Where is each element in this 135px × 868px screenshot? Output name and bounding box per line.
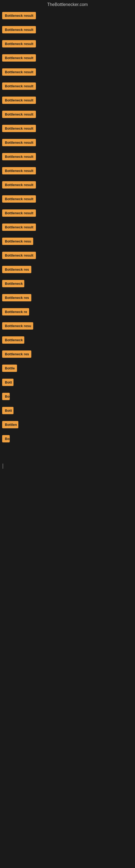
list-item-row: Bottleneck result (0, 149, 135, 163)
list-item-row: Bottleneck result (0, 65, 135, 78)
list-item-row: Bottleneck result (0, 36, 135, 50)
bottleneck-result-item[interactable]: Bottleneck result (2, 97, 36, 104)
list-item-row: Bottleneck res (0, 347, 135, 360)
list-item-row: Bottleneck result (0, 191, 135, 205)
bottleneck-result-item[interactable]: Bo (2, 435, 10, 442)
list-item-row (0, 445, 135, 459)
bottleneck-result-item[interactable]: Bottleneck result (2, 83, 36, 90)
list-item-row: Bottleneck result (0, 107, 135, 120)
list-item-row: Bo (0, 431, 135, 445)
list-item-row: Bottleneck result (0, 177, 135, 191)
page-container: TheBottlenecker.com Bottleneck resultBot… (0, 0, 135, 529)
list-item-row: Bott (0, 375, 135, 389)
bottleneck-result-item[interactable]: Bottleneck result (2, 153, 36, 160)
list-item-row: Bottleneck result (0, 206, 135, 219)
bottleneck-result-item[interactable]: Bottleneck result (2, 223, 36, 231)
list-item-row: Bottleneck (0, 276, 135, 290)
list-item-row (0, 474, 135, 487)
list-item-row: Bott (0, 403, 135, 416)
bottleneck-result-item[interactable]: Bottleneck result (2, 26, 36, 33)
list-item-row: Bottleneck result (0, 163, 135, 177)
list-item-row: Bo (0, 389, 135, 403)
bottleneck-result-item[interactable]: Bott (2, 379, 13, 386)
bottleneck-result-item[interactable]: Bottlen (2, 421, 18, 428)
bottleneck-result-item[interactable]: Bottleneck resu (2, 322, 33, 330)
list-item-row: | (0, 460, 135, 473)
list-item-row: Bottleneck result (0, 135, 135, 149)
bottleneck-result-item[interactable]: Bottleneck res (2, 294, 31, 301)
list-item-row: Bottleneck res (0, 262, 135, 276)
bottleneck-result-item[interactable]: Bottleneck result (2, 167, 36, 175)
bottleneck-result-item[interactable]: Bottleneck resu (2, 238, 33, 245)
bottleneck-result-item[interactable]: Bottleneck result (2, 111, 36, 118)
bottleneck-result-item[interactable]: Bottleneck result (2, 252, 36, 259)
bottleneck-result-item[interactable]: Bottleneck res (2, 350, 31, 358)
bottleneck-result-item[interactable]: Bottleneck result (2, 209, 36, 217)
site-title: TheBottlenecker.com (0, 0, 135, 8)
list-item-row: Bottleneck result (0, 8, 135, 22)
list-item-row: Bottleneck resu (0, 318, 135, 332)
bottleneck-result-item[interactable]: Bo (2, 393, 10, 400)
list-item-row: Bottleneck result (0, 220, 135, 233)
bottleneck-result-item[interactable]: Bott (2, 407, 13, 414)
list-item-row: Bottleneck result (0, 79, 135, 92)
bottleneck-result-item[interactable]: Bottleneck result (2, 125, 36, 132)
list-item-row: Bottleneck result (0, 51, 135, 64)
bottleneck-result-item[interactable]: Bottleneck result (2, 40, 36, 48)
bottleneck-result-item[interactable]: Bottleneck (2, 280, 24, 287)
bottleneck-result-item[interactable]: Bottleneck result (2, 54, 36, 62)
bottleneck-result-item[interactable]: Bottleneck result (2, 139, 36, 146)
list-item-row: Bottleneck re (0, 304, 135, 318)
list-item-row (0, 516, 135, 529)
bottleneck-result-item[interactable]: Bottleneck res (2, 266, 31, 273)
list-item-row: Bottleneck result (0, 121, 135, 134)
bottleneck-result-item[interactable]: Bottleneck result (2, 195, 36, 203)
list-item-row: Bottleneck resu (0, 234, 135, 247)
bottleneck-result-item[interactable]: Bottleneck re (2, 308, 29, 315)
bottleneck-result-item[interactable]: Bottleneck result (2, 12, 36, 19)
list-item-row (0, 488, 135, 501)
list-item-row: Bottleneck (0, 333, 135, 346)
list-item-row (0, 502, 135, 516)
bottleneck-result-item[interactable]: Bottleneck (2, 336, 24, 344)
list-item-row: Bottleneck result (0, 22, 135, 36)
bottleneck-result-item[interactable]: Bottleneck result (2, 181, 36, 188)
bottleneck-result-item[interactable]: Bottleneck result (2, 68, 36, 76)
list-item-row: Bottlen (0, 417, 135, 431)
list-item-row: Bottleneck result (0, 248, 135, 261)
list-item-row: Bottleneck result (0, 93, 135, 106)
separator-bar: | (0, 462, 6, 470)
list-item-row: Bottleneck res (0, 290, 135, 304)
bottleneck-result-item[interactable]: Bottle (2, 365, 17, 372)
list-item-row: Bottle (0, 361, 135, 374)
